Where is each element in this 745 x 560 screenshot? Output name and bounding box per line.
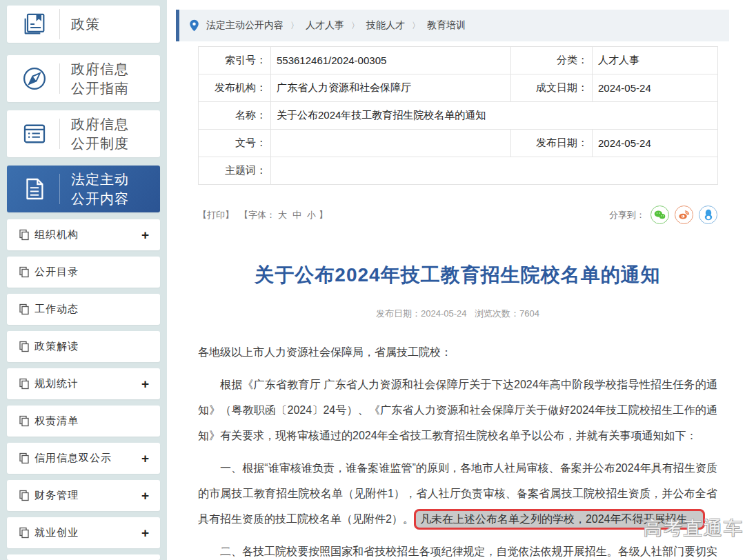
pub-date-value: 2024-05-24 [593, 130, 718, 157]
location-pin-icon [189, 19, 199, 32]
sidebar-subitem-label: 工作动态 [34, 303, 79, 316]
view-count: 浏览次数：7604 [475, 308, 539, 319]
pages-icon [19, 229, 30, 241]
font-size-label: 【字体：大中小】 [239, 209, 328, 221]
sidebar-item-policy[interactable]: 政策 [7, 6, 160, 43]
doc-no-value [271, 130, 511, 157]
sidebar-subitem-label: 组织机构 [34, 228, 79, 241]
salutation-paragraph: 各地级以上市人力资源社会保障局，省属技工院校： [198, 339, 717, 365]
pages-icon [19, 490, 30, 501]
breadcrumb-separator: 〉 [351, 20, 359, 32]
sidebar: 政策 政府信息公开指南 政府信息公开制度 [7, 6, 160, 560]
wechat-icon [654, 210, 666, 220]
sidebar-item-statutory-disclosure[interactable]: 法定主动公开内容 [7, 166, 160, 212]
sidebar-subitem-credit-info[interactable]: 信用信息双公示 + [7, 443, 160, 474]
sidebar-subitem-planning-statistics[interactable]: 规划统计 + [7, 368, 160, 399]
breadcrumb: 法定主动公开内容 〉 人才人事 〉 技能人才 〉 教育培训 [176, 10, 729, 41]
sidebar-subitem-policy-interpretation[interactable]: 政策解读 [7, 331, 160, 362]
divider [59, 9, 60, 39]
table-row: 文号： 发布日期： 2024-05-24 [199, 130, 718, 157]
font-suffix: 】 [319, 210, 328, 220]
breadcrumb-item-skilled[interactable]: 技能人才 [366, 19, 405, 32]
sidebar-subitem-public-catalog[interactable]: 公开目录 [7, 257, 160, 288]
expand-plus-icon[interactable]: + [141, 228, 149, 243]
expand-plus-icon[interactable]: + [141, 451, 149, 466]
breadcrumb-item-statutory[interactable]: 法定主动公开内容 [206, 19, 284, 32]
article-toolbar: 【打印】 【字体：大中小】 分享到： [198, 206, 717, 224]
sidebar-subitem-label: 政策解读 [34, 340, 79, 353]
category-value: 人才人事 [593, 47, 718, 74]
rules-list-icon [19, 119, 50, 148]
breadcrumb-separator: 〉 [290, 20, 299, 32]
print-button[interactable]: 【打印】 [198, 209, 234, 221]
pages-icon [19, 303, 30, 315]
keywords-value [271, 157, 718, 185]
article-meta: 发布日期：2024-05-24 浏览次数：7604 [198, 308, 717, 320]
share-label: 分享到： [609, 209, 645, 221]
sidebar-subitem-work-news[interactable]: 工作动态 [7, 294, 160, 325]
category-label: 分类： [511, 47, 593, 74]
sidebar-item-label: 政府信息公开指南 [71, 59, 137, 98]
sidebar-item-gov-info-system[interactable]: 政府信息公开制度 [7, 110, 160, 157]
sidebar-item-label: 政策 [71, 14, 100, 34]
name-value: 关于公布2024年技工教育招生院校名单的通知 [271, 102, 718, 130]
share-wechat-button[interactable] [650, 206, 669, 224]
sidebar-item-label: 法定主动公开内容 [71, 170, 137, 208]
written-date-label: 成文日期： [511, 74, 593, 102]
article-title: 关于公布2024年技工教育招生院校名单的通知 [198, 262, 717, 288]
sidebar-subitem-organization[interactable]: 组织机构 + [7, 219, 160, 250]
divider [59, 63, 60, 94]
sidebar-subitem-label: 就业创业 [34, 526, 79, 539]
sidebar-subitem-label: 财务管理 [34, 489, 79, 502]
index-value: 553612461/2024-00305 [271, 47, 511, 74]
table-row: 发布机构： 广东省人力资源和社会保障厅 成文日期： 2024-05-24 [199, 74, 718, 102]
pages-icon [19, 378, 30, 390]
breadcrumb-item-education[interactable]: 教育培训 [427, 19, 466, 32]
table-row: 名称： 关于公布2024年技工教育招生院校名单的通知 [199, 102, 718, 130]
sidebar-subitem-label: 规划统计 [34, 377, 79, 390]
name-label: 名称： [199, 102, 271, 130]
pages-icon [19, 341, 30, 352]
font-size-medium-button[interactable]: 中 [292, 210, 301, 220]
table-row: 索引号： 553612461/2024-00305 分类： 人才人事 [199, 47, 718, 74]
intro-paragraph: 根据《广东省教育厅 广东省人力资源和社会保障厅关于下达2024年高中阶段学校指导… [198, 372, 717, 448]
doc-no-label: 文号： [199, 130, 271, 157]
sidebar-subitem-partial [7, 554, 160, 560]
keywords-label: 主题词： [199, 157, 271, 185]
sidebar-item-gov-info-guide[interactable]: 政府信息公开指南 [7, 55, 160, 102]
item-two-paragraph: 二、各技工院校要按照国家和省技校招生各项纪律规定，自觉依法依规开展招生。各级人社… [198, 539, 717, 560]
divider [59, 119, 60, 149]
share-qq-button[interactable] [699, 206, 717, 224]
sidebar-subitem-responsibility-list[interactable]: 权责清单 [7, 406, 160, 437]
expand-plus-icon[interactable]: + [141, 488, 149, 503]
publish-date: 发布日期：2024-05-24 [376, 308, 467, 319]
article-body: 各地级以上市人力资源社会保障局，省属技工院校： 根据《广东省教育厅 广东省人力资… [198, 339, 717, 560]
share-bar: 分享到： [609, 206, 717, 224]
item-one-paragraph: 一、根据“谁审核谁负责，谁备案谁监管”的原则，各地市人社局审核、备案并公布202… [198, 455, 717, 532]
qq-icon [704, 209, 713, 221]
sidebar-subitem-employment[interactable]: 就业创业 + [7, 517, 160, 548]
main-content: 法定主动公开内容 〉 人才人事 〉 技能人才 〉 教育培训 索引号： 55361… [167, 0, 745, 560]
sidebar-subitem-label: 信用信息双公示 [34, 452, 112, 465]
agency-label: 发布机构： [199, 74, 271, 102]
share-weibo-button[interactable] [675, 206, 693, 224]
pub-date-label: 发布日期： [511, 130, 593, 157]
pages-icon [19, 527, 30, 539]
breadcrumb-item-talent[interactable]: 人才人事 [306, 19, 344, 32]
table-row: 主题词： [199, 157, 718, 185]
breadcrumb-separator: 〉 [412, 20, 420, 32]
book-icon [19, 10, 50, 38]
document-icon [19, 174, 50, 203]
expand-plus-icon[interactable]: + [141, 377, 149, 392]
expand-plus-icon[interactable]: + [141, 526, 149, 541]
sidebar-subitem-label: 公开目录 [34, 266, 79, 279]
compass-icon [19, 64, 50, 93]
font-size-small-button[interactable]: 小 [307, 210, 316, 220]
divider [59, 174, 60, 204]
sidebar-subitem-financial-management[interactable]: 财务管理 + [7, 480, 160, 511]
highlighted-sentence: 凡未在上述公布名单之列的学校，2024年不得开展招生。 [414, 509, 705, 530]
weibo-icon [678, 210, 690, 220]
document-meta-table: 索引号： 553612461/2024-00305 分类： 人才人事 发布机构：… [198, 46, 718, 185]
agency-value: 广东省人力资源和社会保障厅 [271, 74, 511, 102]
font-size-large-button[interactable]: 大 [278, 210, 287, 220]
